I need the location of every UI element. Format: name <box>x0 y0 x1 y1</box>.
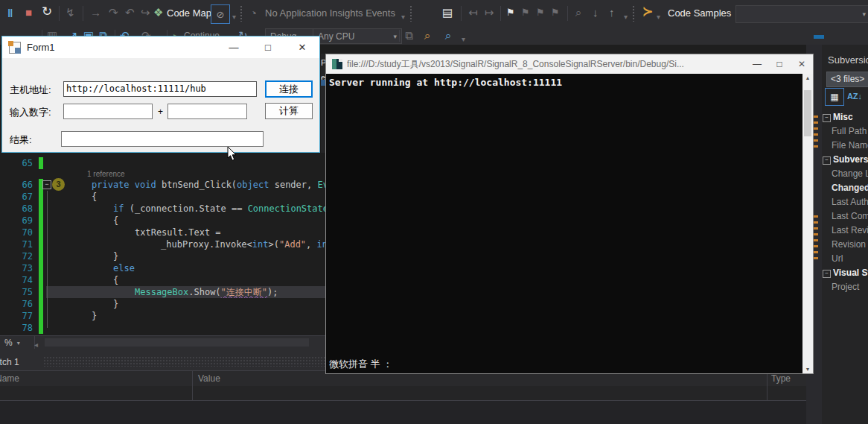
chevron-down-icon[interactable]: ▾ <box>624 10 628 24</box>
result-input[interactable] <box>61 131 264 147</box>
zoom-control[interactable]: % ▾ <box>0 336 35 349</box>
web-search-icon[interactable]: ⌕ <box>445 29 451 42</box>
code-token: (_connection.State == <box>124 203 247 214</box>
categorized-view-button[interactable]: ▦ <box>825 88 844 106</box>
tree-item-url[interactable]: Url <box>822 252 868 266</box>
step-back-icon[interactable]: ↶ <box>125 6 135 19</box>
form-title-bar[interactable]: Form1 — □ ✕ <box>2 37 319 58</box>
collapse-icon[interactable]: − <box>823 156 831 165</box>
code-token: int <box>252 239 269 250</box>
minimize-button[interactable]: — <box>217 42 251 53</box>
bookmark-next-icon[interactable]: ⚑ <box>536 6 545 19</box>
code-map-icon[interactable]: ❖ <box>153 6 163 19</box>
code-map-label[interactable]: Code Map <box>167 7 211 19</box>
close-button[interactable]: ✕ <box>791 59 813 69</box>
code-token: "连接中断" <box>221 287 267 297</box>
tree-item-label: Full Path <box>832 126 867 136</box>
tree-item-last-committed[interactable]: Last Committed <box>822 209 868 224</box>
stop-icon[interactable]: ■ <box>25 6 32 19</box>
app-insights-label[interactable]: No Application Insights Events <box>265 7 395 19</box>
column-header-name[interactable]: Name <box>0 371 19 386</box>
maximize-button[interactable]: □ <box>768 59 791 69</box>
form1-window[interactable]: Form1 — □ ✕ 主机地址: http://localhost:11111… <box>1 36 320 153</box>
tree-item-full-path[interactable]: Full Path <box>822 124 868 139</box>
pause-icon[interactable]: ‖ <box>7 7 13 20</box>
step-out-icon[interactable]: ↪ <box>141 6 150 19</box>
toolbar-grip[interactable] <box>409 5 412 22</box>
console-title-bar[interactable]: file:///D:/study工具/vs2013/SignalR/Signal… <box>326 54 813 74</box>
scroll-down-icon[interactable]: ▼ <box>802 367 813 372</box>
connect-button[interactable]: 连接 <box>265 80 313 98</box>
codelens-badge[interactable]: 3 <box>52 178 65 191</box>
scrollbar-thumb[interactable] <box>804 90 811 136</box>
close-button[interactable]: ✕ <box>285 42 319 53</box>
tree-item-changed[interactable]: Changed <box>822 181 868 195</box>
collapse-icon[interactable]: − <box>823 114 831 122</box>
minimize-button[interactable]: — <box>746 59 768 69</box>
column-header-value[interactable]: Value <box>198 371 220 386</box>
console-output-area[interactable]: Server running at http://localhost:11111… <box>326 74 802 373</box>
tree-item-last-author[interactable]: Last Author <box>822 195 868 209</box>
step-over-icon[interactable]: ↷ <box>109 6 118 19</box>
code-samples-logo-icon[interactable]: ≻ <box>642 5 653 19</box>
tree-item-label: Change List <box>832 168 868 179</box>
hot-reload-icon[interactable]: ↯ <box>66 6 75 19</box>
calculate-button[interactable]: 计算 <box>265 103 313 119</box>
tab-watch-1[interactable]: Watch 1 <box>0 355 39 370</box>
tree-item-project[interactable]: Project <box>822 280 868 294</box>
tree-item-label: Project <box>832 282 859 292</box>
tree-item-visual-studio[interactable]: −Visual Studio <box>822 266 868 280</box>
bookmark-icon[interactable]: ⚑ <box>506 6 515 19</box>
scroll-up-icon[interactable]: ▲ <box>802 75 813 80</box>
platform-dropdown[interactable]: Any CPU ▾ <box>313 28 402 44</box>
line-number: 78 <box>0 322 33 334</box>
column-divider[interactable] <box>767 370 768 400</box>
console-window[interactable]: file:///D:/study工具/vs2013/SignalR/Signal… <box>325 54 814 374</box>
diagnostics-button[interactable]: ⊘ <box>211 4 230 24</box>
step-into-icon[interactable]: → <box>90 6 101 19</box>
tree-item-misc[interactable]: −Misc <box>822 110 868 124</box>
bookmark-prev-icon[interactable]: ⚑ <box>521 6 530 19</box>
file-filter-dropdown[interactable]: <3 files> <box>826 72 868 87</box>
restart-icon[interactable]: ↻ <box>42 5 52 19</box>
search-doc-icon[interactable]: ⌕ <box>575 6 581 19</box>
outdent-icon[interactable]: ↤ <box>468 6 478 19</box>
indent-icon[interactable]: ↦ <box>485 6 494 19</box>
tree-item-file-name[interactable]: File Name <box>822 139 868 153</box>
collapse-region-icon[interactable]: − <box>42 180 51 189</box>
preview-window-icon[interactable]: ⧉ <box>405 29 413 42</box>
pending-changes-icon[interactable]: ▤ <box>442 6 453 19</box>
watch-empty-row[interactable] <box>0 386 806 401</box>
line-number: 73 <box>0 262 33 274</box>
toolbar-grip[interactable] <box>632 5 635 22</box>
number1-input[interactable] <box>63 104 153 119</box>
find-in-files-icon[interactable]: ⌕ <box>424 29 430 42</box>
tree-item-revision[interactable]: Revision <box>822 238 868 252</box>
code-token: .Show( <box>188 287 220 297</box>
hscroll-thumb[interactable] <box>45 338 309 347</box>
chevron-down-icon[interactable]: ▾ <box>232 10 236 24</box>
line-number: 65 <box>0 157 33 169</box>
bookmark-clear-icon[interactable]: ⚑ <box>551 6 560 19</box>
code-token: { <box>113 215 118 226</box>
toolbar-grip[interactable] <box>240 5 243 22</box>
code-samples-combobox[interactable]: ▾ <box>735 5 868 23</box>
arrow-down-icon[interactable]: ↓ <box>593 6 599 19</box>
winforms-app-icon <box>9 42 21 54</box>
host-address-input[interactable]: http://localhost:11111/hub <box>63 81 257 97</box>
sort-alphabetical-button[interactable]: AZ↓ <box>846 88 864 104</box>
tree-item-last-revision[interactable]: Last Revision <box>822 224 868 238</box>
tree-item-change-list[interactable]: Change List <box>822 167 868 181</box>
maximize-button[interactable]: □ <box>251 42 285 53</box>
plus-sign: + <box>158 107 163 117</box>
chevron-down-icon[interactable]: ▾ <box>657 10 660 24</box>
console-scrollbar[interactable]: ▲ ▼ <box>802 74 813 373</box>
code-token: btnSend_Click( <box>156 180 237 190</box>
tree-item-subversion[interactable]: −Subversion <box>822 153 868 167</box>
chevron-down-icon[interactable]: ▾ <box>401 10 405 24</box>
column-divider[interactable] <box>192 370 193 400</box>
number2-input[interactable] <box>167 104 247 119</box>
collapse-icon[interactable]: − <box>823 270 831 278</box>
code-token <box>130 180 135 190</box>
arrow-up-icon[interactable]: ↑ <box>609 6 615 19</box>
